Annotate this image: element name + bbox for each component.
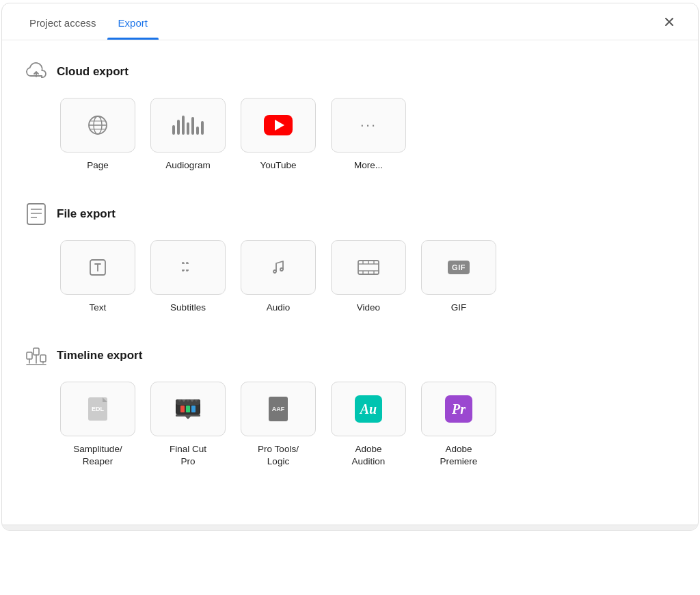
more-icon: ··· — [360, 116, 377, 134]
export-label-youtube: YouTube — [260, 159, 296, 172]
export-dialog: Project access Export Cloud export — [1, 3, 699, 531]
svg-point-11 — [280, 268, 283, 271]
export-card-more[interactable]: ··· — [331, 98, 406, 153]
export-item-finalcut[interactable]: Final Cut Pro — [147, 382, 229, 467]
bottom-bar — [2, 525, 698, 530]
export-label-text: Text — [90, 302, 107, 314]
timeline-export-section: Timeline export EDL Samplitude/ Reaper — [24, 343, 676, 473]
svg-rect-22 — [33, 348, 39, 355]
svg-point-10 — [273, 270, 276, 273]
export-item-audition[interactable]: Au Adobe Audition — [327, 382, 409, 467]
export-card-video[interactable] — [331, 240, 406, 295]
edl-icon: EDL — [88, 397, 107, 421]
file-export-grid: Text Subtitles — [57, 240, 676, 319]
svg-rect-21 — [27, 352, 32, 359]
export-item-samplitude[interactable]: EDL Samplitude/ Reaper — [57, 382, 139, 467]
cloud-export-grid: Page Audio — [57, 98, 676, 177]
export-card-samplitude[interactable]: EDL — [60, 382, 135, 436]
tab-project-access[interactable]: Project access — [18, 3, 107, 40]
export-item-subtitles[interactable]: Subtitles — [147, 240, 229, 314]
timeline-export-grid: EDL Samplitude/ Reaper — [57, 382, 676, 473]
export-card-audio[interactable] — [241, 240, 316, 295]
export-card-youtube[interactable] — [241, 98, 316, 153]
export-card-finalcut[interactable] — [150, 382, 226, 436]
cloud-export-title: Cloud export — [57, 65, 129, 79]
export-item-page[interactable]: Page — [57, 98, 139, 172]
export-item-audio[interactable]: Audio — [237, 240, 319, 314]
export-label-premiere: Adobe Premiere — [440, 443, 478, 467]
export-item-youtube[interactable]: YouTube — [237, 98, 319, 172]
tab-export[interactable]: Export — [107, 3, 159, 40]
cloud-export-icon — [24, 60, 49, 84]
svg-rect-23 — [40, 355, 46, 362]
export-label-audiogram: Audiogram — [165, 159, 210, 172]
file-export-header: File export — [24, 202, 676, 226]
export-card-page[interactable] — [60, 98, 135, 153]
export-label-protools: Pro Tools/ Logic — [258, 443, 299, 467]
audition-icon: Au — [355, 395, 382, 423]
svg-rect-36 — [180, 406, 185, 412]
export-card-text[interactable] — [60, 240, 135, 295]
export-item-more[interactable]: ··· More... — [327, 98, 409, 172]
file-export-icon — [24, 202, 49, 226]
export-label-samplitude: Samplitude/ Reaper — [73, 443, 122, 467]
export-label-gif: GIF — [451, 302, 467, 314]
export-content: Cloud export Page — [2, 40, 698, 519]
file-export-section: File export Text — [24, 202, 676, 319]
timeline-export-icon — [24, 343, 49, 368]
export-item-video[interactable]: Video — [327, 240, 409, 314]
export-label-video: Video — [357, 302, 380, 314]
file-export-title: File export — [57, 207, 116, 221]
export-card-protools[interactable]: AAF — [241, 382, 316, 436]
export-item-text[interactable]: Text — [57, 240, 139, 314]
export-label-finalcut: Final Cut Pro — [170, 443, 206, 467]
export-card-gif[interactable]: GIF — [421, 240, 496, 295]
svg-marker-40 — [185, 416, 191, 419]
svg-rect-39 — [176, 414, 200, 416]
svg-rect-37 — [186, 406, 190, 412]
export-label-audition: Adobe Audition — [352, 443, 386, 467]
export-card-subtitles[interactable] — [150, 240, 226, 295]
svg-rect-5 — [27, 204, 45, 224]
premiere-icon: Pr — [445, 395, 472, 423]
export-label-subtitles: Subtitles — [170, 302, 206, 314]
timeline-export-title: Timeline export — [57, 349, 142, 362]
close-button[interactable] — [657, 10, 682, 34]
export-card-audiogram[interactable] — [150, 98, 226, 153]
export-item-premiere[interactable]: Pr Adobe Premiere — [418, 382, 500, 467]
youtube-play-icon — [275, 120, 284, 131]
gif-icon: GIF — [448, 261, 470, 274]
export-label-audio: Audio — [267, 302, 291, 314]
audiogram-icon — [172, 116, 204, 135]
svg-rect-38 — [191, 406, 196, 412]
youtube-icon — [264, 115, 293, 135]
export-item-audiogram[interactable]: Audiogram — [147, 98, 229, 172]
tabs-bar: Project access Export — [2, 3, 698, 40]
export-label-more: More... — [354, 159, 383, 172]
export-item-protools[interactable]: AAF Pro Tools/ Logic — [237, 382, 319, 467]
cloud-export-header: Cloud export — [24, 60, 676, 84]
export-label-page: Page — [87, 159, 109, 172]
export-item-gif[interactable]: GIF GIF — [418, 240, 500, 314]
export-card-audition[interactable]: Au — [331, 382, 406, 436]
timeline-export-header: Timeline export — [24, 343, 676, 368]
cloud-export-section: Cloud export Page — [24, 60, 676, 177]
export-card-premiere[interactable]: Pr — [421, 382, 496, 436]
aaf-icon: AAF — [269, 397, 288, 421]
